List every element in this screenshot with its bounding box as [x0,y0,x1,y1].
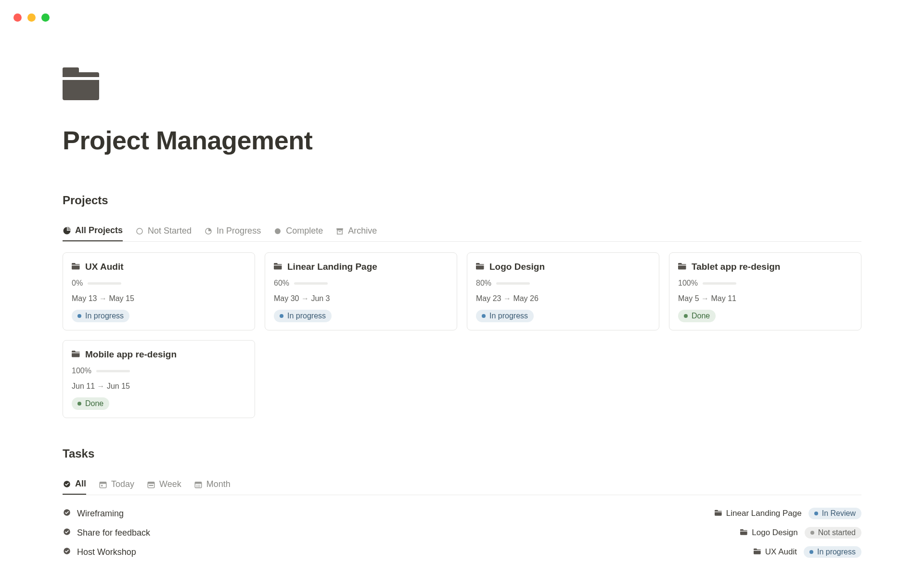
task-check-icon[interactable] [63,547,71,558]
date-range: May 13 → May 15 [72,294,246,303]
svg-point-27 [198,486,199,487]
task-row[interactable]: Share for feedbackLogo DesignNot started [63,523,861,542]
date-range: May 5 → May 11 [678,294,852,303]
progress-bar [703,282,736,285]
status-pill: In progress [72,310,129,322]
status-pill: In progress [804,546,861,558]
svg-point-24 [198,485,199,486]
folder-icon [476,262,485,272]
folder-icon [754,547,761,557]
progress-bar [496,282,530,285]
svg-rect-32 [740,531,748,531]
status-label: In progress [489,312,528,320]
folder-icon [740,528,748,538]
status-pill: Not started [805,527,861,539]
folder-icon [715,509,722,518]
folder-icon [72,349,80,360]
svg-rect-20 [149,485,154,486]
status-dot-icon [810,531,814,535]
project-card[interactable]: Logo Design80%May 23 → May 26In progress [467,252,659,330]
task-project-link[interactable]: Linear Landing Page [715,509,802,518]
progress-bar [294,282,328,285]
tab-label: All Projects [75,225,123,236]
projects-tabs: All Projects Not Started In Progress Com… [63,222,861,242]
status-pill: In progress [274,310,332,322]
progress-percent: 100% [72,367,91,375]
page-icon[interactable] [63,67,861,100]
svg-point-28 [199,486,200,487]
svg-rect-10 [274,265,282,266]
svg-rect-19 [148,482,154,484]
project-title: UX Audit [85,262,124,272]
archive-icon [335,227,344,236]
tab-not-started[interactable]: Not Started [135,222,192,241]
folder-icon [72,262,80,272]
calendar-day-icon [99,480,107,489]
tasks-tabs: All Today Week Month [63,475,861,495]
tab-month[interactable]: Month [194,475,231,495]
task-row[interactable]: WireframingLinear Landing PageIn Review [63,504,861,523]
svg-rect-6 [336,228,343,230]
progress-bar [88,282,121,285]
project-card[interactable]: Tablet app re-design100%May 5 → May 11Do… [669,252,861,330]
tab-week[interactable]: Week [147,475,181,495]
task-project-name: UX Audit [765,547,797,557]
tab-label: Complete [286,226,323,236]
status-label: In Review [822,509,856,518]
svg-rect-1 [63,67,79,74]
tab-all-tasks[interactable]: All [63,475,86,495]
task-project-link[interactable]: Logo Design [740,528,797,538]
minimize-window-button[interactable] [27,13,36,22]
progress-percent: 100% [678,279,698,288]
status-label: Not started [818,528,856,537]
status-dot-icon [77,402,81,406]
maximize-window-button[interactable] [41,13,50,22]
svg-rect-16 [100,482,106,484]
svg-rect-0 [63,72,99,100]
status-pill: Done [72,397,109,410]
svg-point-23 [196,485,197,486]
svg-rect-34 [754,550,761,551]
progress-percent: 0% [72,279,83,288]
task-project-link[interactable]: UX Audit [754,547,797,557]
projects-heading: Projects [63,194,861,207]
tab-label: Today [111,479,134,489]
tab-today[interactable]: Today [99,475,134,495]
task-list: WireframingLinear Landing PageIn ReviewS… [63,504,861,562]
status-pill: In progress [476,310,534,322]
status-label: Done [85,399,103,408]
task-title: Share for feedback [77,528,150,538]
task-row[interactable]: Host WorkshopUX AuditIn progress [63,542,861,562]
svg-point-3 [137,228,142,234]
tab-in-progress[interactable]: In Progress [204,222,261,241]
project-title: Tablet app re-design [692,262,780,272]
status-label: In progress [817,548,856,556]
svg-rect-22 [195,482,202,484]
status-pill: Done [678,310,716,322]
svg-rect-8 [339,231,341,232]
project-title: Logo Design [489,262,545,272]
svg-point-25 [199,485,200,486]
progress-bar [96,370,130,372]
tab-label: Archive [348,226,377,236]
status-dot-icon [814,512,818,515]
tab-archive[interactable]: Archive [335,222,377,241]
progress-percent: 60% [274,279,289,288]
project-title: Mobile app re-design [85,349,177,360]
svg-rect-17 [101,485,103,486]
close-window-button[interactable] [13,13,22,22]
status-dot-icon [809,550,813,554]
task-check-icon[interactable] [63,527,71,539]
folder-icon [274,262,282,272]
tab-label: Month [206,479,231,489]
tab-complete[interactable]: Complete [273,222,323,241]
check-circle-icon [63,480,71,488]
tab-all-projects[interactable]: All Projects [63,222,123,241]
status-dot-icon [77,314,81,318]
project-card[interactable]: Mobile app re-design100%Jun 11 → Jun 15D… [63,340,255,418]
status-dot-icon [684,314,688,318]
task-check-icon[interactable] [63,508,71,519]
project-card[interactable]: Linear Landing Page60%May 30 → Jun 3In p… [265,252,457,330]
pie-icon [63,226,71,235]
project-card[interactable]: UX Audit0%May 13 → May 15In progress [63,252,255,330]
